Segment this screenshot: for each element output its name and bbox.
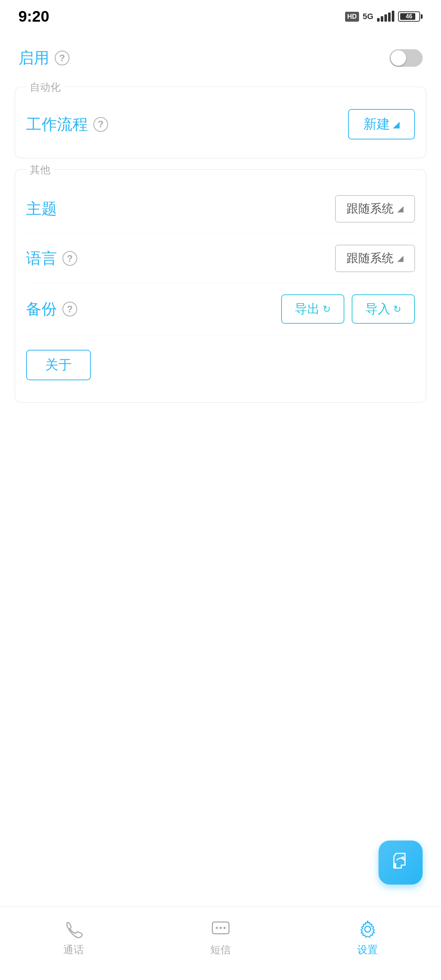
workflow-help-icon[interactable]: ? <box>93 117 108 132</box>
theme-label: 主题 <box>26 199 57 219</box>
theme-row: 主题 跟随系统 ◢ <box>26 184 415 234</box>
signal-bar-4 <box>388 13 391 22</box>
fab-button[interactable] <box>379 840 423 885</box>
automation-content: 工作流程 ? 新建 ◢ <box>26 87 415 147</box>
fab-icon <box>390 849 412 876</box>
status-bar: 9:20 HD 5G 46 <box>0 0 441 29</box>
backup-left: 备份 ? <box>26 299 77 319</box>
svg-point-6 <box>364 926 371 932</box>
language-dropdown-arrow: ◢ <box>397 254 404 263</box>
automation-section-card: 自动化 工作流程 ? 新建 ◢ <box>15 87 426 158</box>
backup-buttons: 导出 ↻ 导入 ↻ <box>281 294 415 324</box>
bottom-nav: 通话 短信 设置 <box>0 907 441 980</box>
workflow-left: 工作流程 ? <box>26 114 108 135</box>
battery-body: 46 <box>398 11 420 22</box>
new-workflow-button[interactable]: 新建 ◢ <box>348 109 415 140</box>
language-left: 语言 ? <box>26 248 77 269</box>
signal-bar-2 <box>381 16 383 22</box>
other-section-card: 其他 主题 跟随系统 ◢ 语言 ? 跟随系统 ◢ <box>15 169 426 402</box>
theme-value: 跟随系统 <box>347 201 394 217</box>
enable-row: 启用 ? <box>15 40 426 76</box>
about-label: 关于 <box>45 357 72 372</box>
main-content: 启用 ? 自动化 工作流程 ? 新建 ◢ 其他 <box>0 29 441 425</box>
language-dropdown[interactable]: 跟随系统 ◢ <box>335 245 415 272</box>
workflow-label: 工作流程 <box>26 114 88 135</box>
battery-tip <box>421 14 423 19</box>
sms-icon <box>211 919 231 939</box>
other-content: 主题 跟随系统 ◢ 语言 ? 跟随系统 ◢ 备 <box>26 170 415 391</box>
nav-item-settings[interactable]: 设置 <box>357 919 378 957</box>
new-button-label: 新建 <box>363 115 390 133</box>
enable-label: 启用 <box>18 48 49 68</box>
import-icon: ↻ <box>393 304 401 315</box>
battery-level: 46 <box>399 13 419 20</box>
signal-bar-3 <box>384 14 387 22</box>
nav-item-sms[interactable]: 短信 <box>210 919 231 957</box>
status-icons: HD 5G 46 <box>345 11 423 22</box>
backup-row: 备份 ? 导出 ↻ 导入 ↻ <box>26 283 415 335</box>
enable-left: 启用 ? <box>18 48 69 68</box>
language-label: 语言 <box>26 248 57 269</box>
signal-bar-1 <box>377 18 380 22</box>
backup-label: 备份 <box>26 299 57 319</box>
toggle-knob <box>391 50 406 66</box>
language-help-icon[interactable]: ? <box>62 251 77 266</box>
new-button-arrow: ◢ <box>393 119 399 130</box>
export-icon: ↻ <box>323 304 331 315</box>
import-button[interactable]: 导入 ↻ <box>352 294 415 324</box>
network-icon: 5G <box>363 12 373 21</box>
nav-label-settings: 设置 <box>357 943 378 957</box>
status-time: 9:20 <box>18 8 49 25</box>
theme-dropdown[interactable]: 跟随系统 ◢ <box>335 195 415 223</box>
workflow-row: 工作流程 ? 新建 ◢ <box>26 102 415 147</box>
about-row: 关于 <box>26 335 415 391</box>
export-label: 导出 <box>295 301 320 318</box>
about-button[interactable]: 关于 <box>26 350 91 380</box>
hd-icon: HD <box>345 12 359 22</box>
nav-label-calls: 通话 <box>63 943 84 957</box>
language-value: 跟随系统 <box>347 250 394 266</box>
nav-item-calls[interactable]: 通话 <box>63 919 84 957</box>
settings-icon <box>358 919 378 939</box>
svg-point-4 <box>219 927 222 929</box>
enable-toggle[interactable] <box>390 49 423 67</box>
battery-icon: 46 <box>398 11 423 22</box>
svg-point-5 <box>224 927 226 929</box>
signal-bar-5 <box>392 11 394 22</box>
phone-icon <box>64 919 84 939</box>
automation-section-label: 自动化 <box>26 80 64 94</box>
backup-help-icon[interactable]: ? <box>62 302 77 317</box>
svg-point-3 <box>216 927 218 929</box>
export-button[interactable]: 导出 ↻ <box>281 294 344 324</box>
signal-bars <box>377 11 394 22</box>
theme-dropdown-arrow: ◢ <box>397 204 404 214</box>
enable-help-icon[interactable]: ? <box>55 51 69 65</box>
language-row: 语言 ? 跟随系统 ◢ <box>26 234 415 283</box>
import-label: 导入 <box>365 301 390 318</box>
nav-label-sms: 短信 <box>210 943 231 957</box>
other-section-label: 其他 <box>26 163 54 177</box>
